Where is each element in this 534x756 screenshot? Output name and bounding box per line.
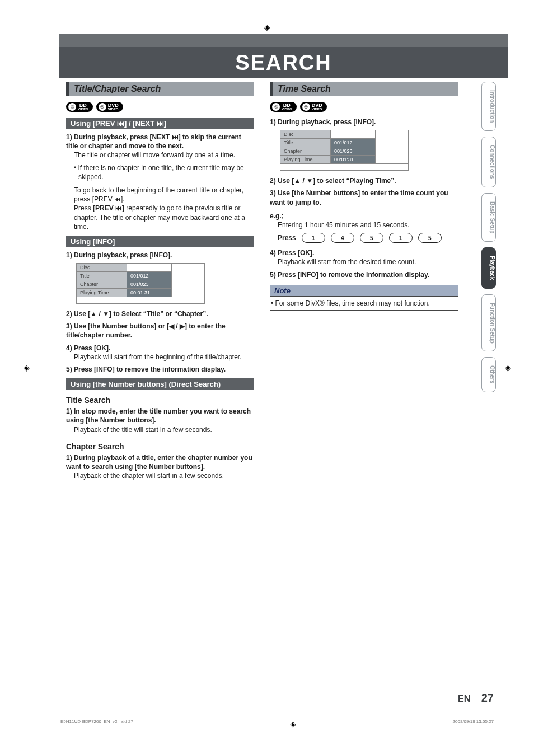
page-lang: EN	[458, 694, 470, 703]
registration-mark-top	[262, 22, 272, 32]
footer: E5H11UD-BDP7200_EN_v2.indd 27 2008/09/18…	[60, 717, 494, 729]
section-header-time-search: Time Search	[270, 82, 458, 96]
step: 2) Use [▲ / ▼] to select “Playing Time”.	[270, 176, 458, 185]
page-num-value: 27	[481, 692, 494, 704]
heading-title-search: Title Search	[66, 396, 254, 405]
disc-badges-left: ◎BDVIDEO ◎DVDVIDEO	[66, 102, 254, 112]
step: 1) During playback, press [INFO].	[270, 118, 458, 126]
step-body: Playback of the title will start in a fe…	[74, 425, 254, 434]
info-table-left: Disc Title001/012 Chapter001/023 Playing…	[76, 263, 205, 304]
badge-dvd: ◎DVDVIDEO	[96, 102, 123, 112]
heading-chapter-search: Chapter Search	[66, 442, 254, 451]
registration-mark-left	[21, 363, 31, 373]
cell-value: 001/023	[127, 280, 172, 289]
cell-label: Disc	[280, 130, 331, 139]
table-row: Chapter001/023	[280, 147, 409, 156]
footer-left: E5H11UD-BDP7200_EN_v2.indd 27	[60, 719, 133, 729]
table-row-blank	[77, 297, 205, 304]
cell-label: Disc	[77, 264, 127, 272]
tab-function-setup[interactable]: Function Setup	[481, 294, 496, 352]
table-row: Title001/012	[280, 139, 409, 147]
tab-connections[interactable]: Connections	[481, 137, 496, 187]
disc-icon: ◎	[99, 103, 106, 111]
step: 5) Press [INFO] to remove the informatio…	[270, 270, 458, 279]
table-row: Playing Time00:01:31	[77, 289, 205, 297]
table-row: Playing Time00:01:31	[280, 156, 409, 164]
left-column: Title/Chapter Search ◎BDVIDEO ◎DVDVIDEO …	[66, 82, 254, 483]
text-bold: [PREV ⏮]	[93, 204, 124, 212]
table-row: Title001/012	[77, 272, 205, 280]
eg-label: e.g.;	[270, 212, 458, 220]
content-area: Title/Chapter Search ◎BDVIDEO ◎DVDVIDEO …	[66, 82, 458, 483]
step-body: Playback will start from the desired tim…	[278, 257, 458, 266]
step: 1) During playback, press [NEXT ⏭] to sk…	[66, 133, 254, 160]
disc-icon: ◎	[68, 103, 76, 111]
step-text: 4) Press [OK].	[66, 344, 254, 353]
cell-label: Title	[280, 139, 331, 147]
cell-label: Chapter	[77, 280, 127, 289]
step-bullet: • If there is no chapter in one title, t…	[74, 163, 254, 181]
footer-right: 2008/09/18 13:55:27	[453, 719, 494, 729]
table-row: Disc	[77, 264, 205, 272]
eg-body: Entering 1 hour 45 minutes and 15 second…	[278, 220, 458, 229]
step-para: To go back to the beginning of the curre…	[74, 186, 254, 204]
text: Press	[74, 204, 93, 212]
press-label: Press	[278, 234, 296, 242]
sub-header-prev-next: Using [PREV ⏮] / [NEXT ⏭]	[66, 118, 254, 129]
page-title-band: SEARCH	[59, 47, 508, 78]
cell-label: Title	[77, 272, 127, 280]
tab-playback[interactable]: Playback	[481, 247, 496, 288]
step-text: 5) Press [INFO] to remove the informatio…	[66, 365, 254, 374]
step: 3) Use [the Number buttons] or [◀ / ▶] t…	[66, 322, 254, 340]
step-text: 2) Use [▲ / ▼] to select “Playing Time”.	[270, 176, 458, 185]
right-column: Time Search ◎BDVIDEO ◎DVDVIDEO 1) During…	[270, 82, 458, 483]
step-body: Playback of the chapter will start in a …	[74, 471, 254, 480]
badge-bd: ◎BDVIDEO	[66, 102, 93, 112]
note-body: • For some DivX® files, time search may …	[270, 297, 458, 311]
step-text: 4) Press [OK].	[270, 248, 458, 257]
registration-mark-right	[503, 363, 513, 373]
step-text: 1) During playback, press [NEXT ⏭] to sk…	[66, 133, 254, 151]
step: 1) In stop mode, enter the title number …	[66, 407, 254, 434]
cell-label: Playing Time	[280, 156, 331, 164]
tab-others[interactable]: Others	[481, 357, 496, 392]
section-header-title-chapter: Title/Chapter Search	[66, 82, 254, 96]
cell-value: 001/023	[331, 147, 376, 156]
step-para: Press [PREV ⏮] repeatedly to go to the p…	[74, 204, 254, 231]
number-key: 5	[360, 233, 383, 243]
badge-bd: ◎BDVIDEO	[270, 102, 297, 112]
step-text: 5) Press [INFO] to remove the informatio…	[270, 270, 458, 279]
step-text: 3) Use [the Number buttons] or [◀ / ▶] t…	[66, 322, 254, 340]
page-title: SEARCH	[235, 51, 331, 75]
table-row: Disc	[280, 130, 409, 139]
eg-block: e.g.; Entering 1 hour 45 minutes and 15 …	[270, 212, 458, 229]
sub-header-direct-search: Using [the Number buttons] (Direct Searc…	[66, 378, 254, 390]
step: 1) During playback of a title, enter the…	[66, 453, 254, 481]
tab-introduction[interactable]: Introduction	[481, 82, 496, 131]
number-key: 1	[302, 233, 325, 243]
cell-value: 001/012	[331, 139, 376, 147]
side-tabs: Introduction Connections Basic Setup Pla…	[481, 82, 496, 392]
number-key: 5	[418, 233, 442, 243]
step-text: 1) During playback, press [INFO].	[66, 251, 254, 260]
table-row-blank	[280, 164, 409, 171]
page-number: EN 27	[458, 692, 494, 705]
step-body: The title or chapter will move forward b…	[74, 151, 254, 159]
section-title: Title/Chapter Search	[74, 84, 161, 93]
step: 4) Press [OK]. Playback will start from …	[270, 248, 458, 266]
step: 3) Use [the Number buttons] to enter the…	[270, 189, 458, 206]
tab-basic-setup[interactable]: Basic Setup	[481, 193, 496, 242]
cell-label: Chapter	[280, 147, 331, 156]
top-bar	[59, 34, 508, 47]
keys-row: Press 1 4 5 1 5	[278, 233, 458, 243]
number-key: 4	[331, 233, 354, 243]
step-text: 3) Use [the Number buttons] to enter the…	[270, 189, 458, 206]
disc-badges-right: ◎BDVIDEO ◎DVDVIDEO	[270, 102, 458, 112]
number-key: 1	[389, 233, 413, 243]
registration-mark-bottom	[288, 719, 298, 729]
table-row: Chapter001/023	[77, 280, 205, 289]
step: 5) Press [INFO] to remove the informatio…	[66, 365, 254, 374]
step-body: Playback will start from the beginning o…	[74, 353, 254, 361]
cell-value: 00:01:31	[331, 156, 376, 164]
cell-value: 001/012	[127, 272, 172, 280]
